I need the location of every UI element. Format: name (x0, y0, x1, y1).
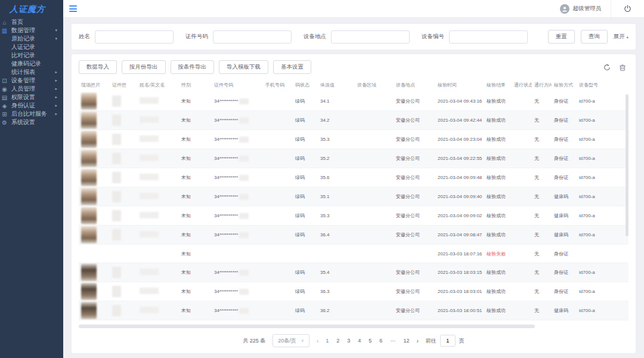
pager-page[interactable]: 2 (336, 338, 339, 344)
cell-temperature: 35.1 (318, 187, 355, 206)
sidebar-item-compare-records[interactable]: 比对记录 (0, 51, 63, 60)
cell-pass-status (512, 168, 532, 187)
table-row: 未知 34********** 绿码 34.1 安徽分公司 2021-03-04… (79, 92, 628, 111)
filter-input[interactable] (95, 30, 174, 44)
sidebar-item-device-management[interactable]: ⊡ 设备管理 ▸ (0, 76, 63, 85)
cell-device-model: id700-a (577, 226, 612, 245)
cell-device-location: 安徽分公司 (394, 226, 435, 245)
cell-device-area (355, 168, 394, 187)
delete-icon[interactable] (619, 64, 626, 71)
export-by-month-button[interactable]: 按月份导出 (122, 60, 166, 74)
cell-pass-status (512, 301, 532, 320)
cell-device-area (355, 111, 394, 130)
pager-page[interactable]: 6 (379, 338, 382, 344)
column-header (612, 79, 628, 92)
cell-code-status (293, 245, 318, 263)
sidebar-item-statistics-report[interactable]: 统计报表 ▸ (0, 68, 63, 76)
cell-code-status: 绿码 (293, 263, 318, 282)
refresh-icon[interactable] (603, 64, 611, 71)
filter-input[interactable] (331, 30, 410, 44)
vertical-scrollbar[interactable] (626, 94, 628, 236)
sidebar-item-personnel-management[interactable]: ◉ 人员管理 ▸ (0, 85, 63, 93)
records-panel: 数据导入 按月份导出 按条件导出 导入模板下载 基本设置 (72, 54, 636, 353)
user-menu[interactable]: 超级管理员 (550, 4, 611, 14)
avatar (560, 4, 569, 14)
sidebar-item-home[interactable]: ⌂ 首页 (0, 18, 63, 26)
next-page-button[interactable]: › (416, 338, 418, 344)
filter-input[interactable] (449, 30, 528, 44)
expand-arrow-icon: ▸ (55, 70, 57, 75)
cell-verify-result: 核验成功 (484, 226, 512, 245)
sidebar-item-health-code-records[interactable]: 健康码记录 (0, 60, 63, 68)
sidebar-item-system-settings[interactable]: ⚙ 系统设置 (0, 118, 63, 126)
column-header: 体温值 (318, 79, 355, 92)
pager-page[interactable]: 3 (347, 338, 350, 344)
sidebar-item-backend-compare[interactable]: ⊞ 后台比对服务 ▸ (0, 110, 63, 118)
pager-page[interactable]: 1 (326, 338, 329, 344)
pager-page[interactable]: 5 (369, 338, 371, 344)
cell-temperature: 35.3 (318, 130, 355, 149)
cell-device-model: id700-a (577, 301, 612, 320)
cell-pass-direction: 无 (532, 245, 552, 263)
cell-phone (263, 301, 293, 320)
cell-verify-method: 身份证 (552, 263, 577, 282)
cell-device-location: 安徽分公司 (394, 92, 435, 111)
cell-verify-result: 核验失败 (484, 245, 512, 263)
cell-id-number (212, 245, 263, 263)
cell-phone (263, 187, 293, 206)
cell-device-model: id700-a (577, 149, 612, 168)
cell-verify-time: 2021-03-04 09:23:04 (435, 130, 484, 149)
name-redacted (140, 193, 159, 199)
reset-button[interactable]: 重置 (548, 30, 575, 44)
collapse-toggle[interactable]: 展开 ▴ (614, 33, 628, 41)
cell-verify-time: 2021-03-04 09:09:40 (435, 187, 484, 206)
prev-page-button[interactable]: ‹ (317, 338, 318, 344)
page-size-select[interactable]: 20条/页 ∨ (273, 334, 309, 347)
filter-device-number-field: 设备编号 (422, 30, 528, 44)
logout-button[interactable] (611, 0, 644, 17)
pagination: 共 225 条 20条/页 ∨ ‹ 1 2 3 4 (79, 329, 628, 351)
cell-verify-result: 核验成功 (484, 130, 512, 149)
horizontal-scrollbar[interactable] (79, 325, 628, 328)
cell-device-area (355, 263, 394, 282)
home-icon: ⌂ (0, 19, 9, 26)
id-photo (112, 286, 121, 297)
pager-page[interactable]: 4 (358, 338, 361, 344)
content-area: 姓名 证件号码 设备地点 设备编号 (63, 18, 644, 358)
id-tail-redacted (239, 213, 249, 219)
goto-page-input[interactable] (440, 335, 456, 347)
export-by-filter-button[interactable]: 按条件导出 (171, 60, 215, 74)
sidebar-collapse-icon[interactable] (69, 5, 77, 12)
data-icon: ▥ (0, 27, 9, 34)
id-tail-redacted (239, 98, 249, 104)
sidebar-item-data-management[interactable]: ▥ 数据管理 ▾ (0, 26, 63, 35)
sidebar-item-raw-records[interactable]: 原始记录 ▾ (0, 35, 63, 43)
sidebar-item-permission-settings[interactable]: ▤ 权限设置 ▸ (0, 93, 63, 101)
expand-arrow-icon: ▸ (55, 112, 57, 116)
template-download-button[interactable]: 导入模板下载 (219, 60, 268, 74)
pager-page[interactable]: ··· (390, 338, 395, 344)
pager-page[interactable]: 12 (403, 338, 409, 344)
cell-device-area (355, 226, 394, 245)
cell-verify-time: 2021-03-03 18:03:15 (435, 263, 484, 282)
cell-pass-status (512, 187, 532, 206)
cell-verify-time: 2021-03-03 18:00:51 (435, 301, 484, 320)
filter-input[interactable] (213, 30, 292, 44)
filter-id-number-field: 证件号码 (185, 30, 292, 44)
name-redacted (140, 212, 159, 218)
filter-label: 姓名 (79, 33, 90, 41)
cell-verify-result: 核验成功 (484, 168, 512, 187)
scene-photo (81, 112, 97, 129)
import-data-button[interactable]: 数据导入 (79, 60, 117, 74)
cell-verify-method: 健康码 (552, 301, 577, 320)
cell-pass-direction: 无 (532, 282, 552, 301)
cell-id-number: 34********** (212, 263, 263, 282)
column-header: 设备区域 (355, 79, 394, 92)
sidebar-item-label: 权限设置 (11, 93, 35, 101)
sidebar-item-identity-auth[interactable]: ◈ 身份认证 ▸ (0, 101, 63, 110)
search-button[interactable]: 查询 (581, 30, 608, 44)
scene-photo (81, 150, 97, 167)
basic-settings-button[interactable]: 基本设置 (273, 60, 311, 74)
sidebar-item-face-records[interactable]: 人证记录 (0, 43, 63, 51)
id-tail-redacted (239, 194, 249, 200)
